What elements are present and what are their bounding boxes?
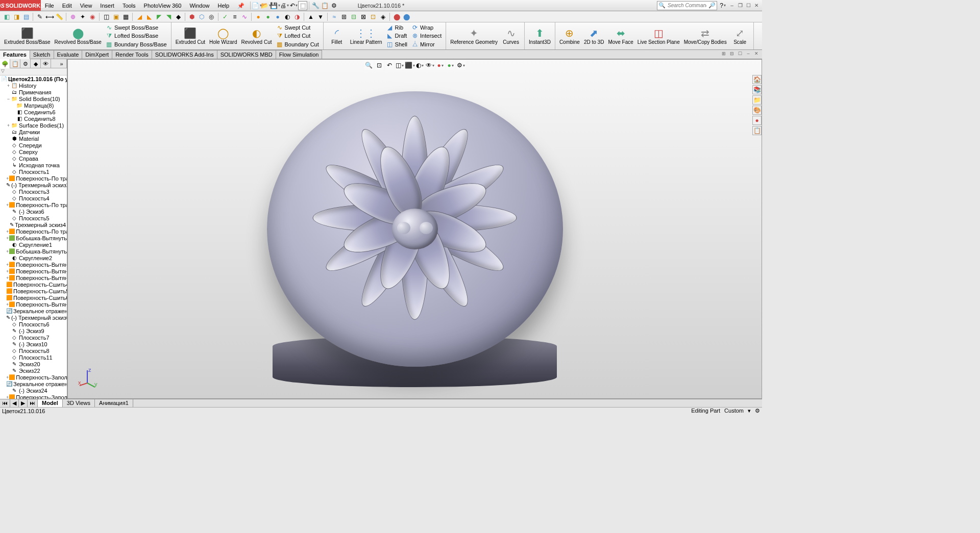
menu-view[interactable]: View [76,0,96,11]
vp-tile-icon[interactable]: ⊞ [720,50,727,57]
tab-sw-addins[interactable]: SOLIDWORKS Add-Ins [152,50,217,59]
tb-section-icon[interactable]: ◫ [102,12,111,21]
vp-max-icon[interactable]: ☐ [737,50,744,57]
tb-eval2-icon[interactable]: ⬡ [197,12,206,21]
tree-node[interactable]: 🟧Поверхность-Сшить5 [0,288,67,294]
tb-cube-icon[interactable]: ◧ [2,12,11,21]
restore-icon[interactable]: ❐ [737,2,744,9]
tab-first-icon[interactable]: ⏮ [0,399,10,407]
tab-render-tools[interactable]: Render Tools [112,50,152,59]
tree-node[interactable]: +🟧Поверхность-Вытянуть [0,274,67,281]
move-face-button[interactable]: ⬌Move Face [606,23,635,48]
lofted-cut-button[interactable]: ⧩Lofted Cut [275,32,320,40]
lofted-boss-button[interactable]: ⧩Lofted Boss/Base [105,32,168,40]
tb-eval1-icon[interactable]: ⬢ [187,12,197,21]
tb-drawing-icon[interactable]: ▤ [21,12,31,21]
maximize-icon[interactable]: ☐ [745,2,752,9]
draft-button[interactable]: ◣Draft [385,32,408,40]
help-button[interactable]: ? [718,1,727,10]
vp-close-icon[interactable]: ✕ [753,50,760,57]
menu-photoview[interactable]: PhotoView 360 [140,0,186,11]
tb-surf2-icon[interactable]: ◣ [144,12,154,21]
display-style-icon[interactable]: ◐ [415,61,425,70]
tree-node[interactable]: ✎(-) Эскиз24 [0,387,67,394]
tree-node[interactable]: ◇Плоскость1 [0,168,67,175]
tree-node[interactable]: 📁Матрица(8) [0,102,67,109]
tree-node[interactable]: ◇Плоскость11 [0,354,67,361]
combine-button[interactable]: ⊕Combine [557,23,582,48]
tree-node[interactable]: ✎Эскиз22 [0,367,67,374]
rebuild-button[interactable]: 🔧 [311,1,320,10]
tb-sim1-icon[interactable]: ⬤ [392,12,401,21]
tb-render1-icon[interactable]: ● [254,12,263,21]
search-commands[interactable]: 🔍 🔎 [657,1,717,10]
tb-sketch-icon[interactable]: ✎ [35,12,44,21]
rib-button[interactable]: ◢Rib [385,23,408,32]
fillet-button[interactable]: ◜Fillet [326,23,348,48]
linear-pattern-button[interactable]: ⋮⋮Linear Pattern [348,23,384,48]
feature-filter[interactable]: ▽ [0,68,67,75]
tb-render2-icon[interactable]: ● [263,12,273,21]
shell-button[interactable]: ◫Shell [385,40,408,48]
tb-surf4-icon[interactable]: ◥ [164,12,173,21]
tree-node[interactable]: ◇Плоскость5 [0,215,67,221]
tb-mate-icon[interactable]: ⊕ [68,12,78,21]
tb-curvature-icon[interactable]: ∿ [240,12,249,21]
tree-node[interactable]: +🟧Поверхность-По траект [0,175,67,182]
view-orient-icon[interactable]: ⬛ [405,61,414,70]
tree-node[interactable]: ◐Скругление2 [0,255,67,261]
tb-render5-icon[interactable]: ◑ [292,12,302,21]
tree-node[interactable]: ✎(-) Трехмерный эскиз2 [0,182,67,188]
tb-dimension-icon[interactable]: ⟷ [45,12,54,21]
tb-zebra-icon[interactable]: ≡ [230,12,239,21]
boundary-cut-button[interactable]: ▦Boundary Cut [275,40,320,48]
tree-node[interactable]: 🔄Зеркальное отражение [0,380,67,387]
tree-node[interactable]: ◇Спереди [0,142,67,148]
tree-node[interactable]: ⬢Material [0,135,67,142]
zoom-fit-icon[interactable]: 🔍 [364,61,374,70]
tb-check-icon[interactable]: ✓ [220,12,230,21]
hole-wizard-button[interactable]: ◯Hole Wizard [207,23,239,48]
wrap-button[interactable]: ⟳Wrap [410,23,443,32]
new-doc-button[interactable]: 📄 [252,1,261,10]
tab-animation[interactable]: Анимация1 [95,399,133,407]
feature-tree[interactable]: 📄Цветок21.10.016 (По умол+📋History🗂Приме… [0,75,67,399]
tree-node[interactable]: ✎Эскиз20 [0,361,67,367]
fm-tab-dimxpert-icon[interactable]: ◆ [31,59,41,68]
tab-flow-sim[interactable]: Flow Simulation [276,50,323,59]
tree-node[interactable]: ◇Справа [0,155,67,162]
tb-misc2-icon[interactable]: ▼ [316,12,325,21]
menu-help[interactable]: Help [214,0,234,11]
tree-node[interactable]: ◐Скругление1 [0,241,67,248]
menu-insert[interactable]: Insert [96,0,118,11]
print-button[interactable]: 🖨 [280,1,289,10]
tree-node[interactable]: ◇Плоскость6 [0,321,67,327]
fm-tab-config-icon[interactable]: ⚙ [20,59,31,68]
tree-node[interactable]: 🗂Примечания [0,89,67,95]
tab-dimxpert[interactable]: DimXpert [82,50,112,59]
tp-custom-props-icon[interactable]: 📋 [752,126,762,135]
2d-to-3d-button[interactable]: ⬈2D to 3D [582,23,606,48]
instant3d-button[interactable]: ⬆Instant3D [527,23,553,48]
fm-tab-tree-icon[interactable]: 🌳 [0,59,10,68]
tree-node[interactable]: ✎(-) Эскиз6 [0,208,67,215]
tree-node[interactable]: ✎(-) Эскиз10 [0,341,67,347]
tab-last-icon[interactable]: ⏭ [28,399,38,407]
tree-node[interactable]: ◇Плоскость8 [0,347,67,354]
fm-tab-expand-icon[interactable]: » [57,59,67,68]
tree-node[interactable]: ◇Плоскость3 [0,188,67,195]
tree-node[interactable]: +🟧Поверхность-Вытянуть [0,268,67,274]
tree-node[interactable]: 🗂Датчики [0,129,67,135]
tree-node[interactable]: 🟧Поверхность-Сшить4 [0,281,67,288]
tree-node[interactable]: +🟧Поверхность-Вытянуть [0,301,67,308]
tree-node[interactable]: ◇Плоскость7 [0,334,67,341]
prev-view-icon[interactable]: ↶ [385,61,394,70]
fm-tab-property-icon[interactable]: 📋 [10,59,20,68]
status-gear-icon[interactable]: ⚙ [755,408,760,414]
tree-node[interactable]: +📋History [0,82,67,89]
tb-sim2-icon[interactable]: ⬤ [402,12,411,21]
swept-boss-button[interactable]: ∿Swept Boss/Base [105,23,168,32]
search-go-icon[interactable]: 🔎 [707,1,717,10]
tb-view1-icon[interactable]: ▣ [111,12,120,21]
apply-scene-icon[interactable]: ● [446,61,455,70]
